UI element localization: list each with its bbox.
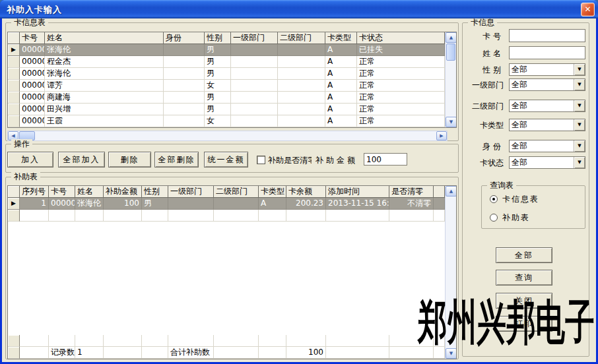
dept2-select[interactable]: 全部 ▼ <box>509 100 585 112</box>
close-window-button[interactable]: 关闭 <box>496 293 552 309</box>
column-header: 二级部门 <box>214 186 259 198</box>
dept2-label: 二级部门 <box>465 102 504 111</box>
column-header: 一级部门 <box>168 186 214 198</box>
group-label-card-info-search: 卡信息 <box>468 18 497 28</box>
chevron-down-icon[interactable]: ▼ <box>574 157 585 168</box>
card-no-input[interactable] <box>509 29 585 42</box>
group-operation: 操作 加入 全部加入 删除 全部删除 统一金额 补助是否清零 补助金额 <box>5 144 459 173</box>
total-subsidy-label: 合计补助数 <box>168 347 214 359</box>
dept1-select[interactable]: 全部 ▼ <box>509 78 585 91</box>
subsidy-grid-footer-area: 记录数 1 合计补助数 100 <box>8 335 445 359</box>
column-header: 卡号 <box>20 32 45 44</box>
row-indicator-icon: ▶ <box>11 200 16 206</box>
group-card-info-table: 卡信息表 卡号 姓名 身份 性别 一级部门 二级部门 卡类型 卡状态 <box>5 22 459 141</box>
radio-subsidy-table[interactable] <box>490 214 498 222</box>
card-status-select[interactable]: 全部 ▼ <box>509 156 585 169</box>
column-header: 添加时间 <box>326 186 389 198</box>
scrollbar-track[interactable] <box>446 61 456 117</box>
card-info-grid-header: 卡号 姓名 身份 性别 一级部门 二级部门 卡类型 卡状态 <box>8 32 445 44</box>
subsidy-amount-label: 补助金额 <box>316 156 358 166</box>
subsidy-amount-input[interactable] <box>364 153 407 166</box>
column-header: 补助金额 <box>104 186 142 198</box>
app-window: 补助入卡输入 ✕ 卡信息表 卡号 姓名 身份 性别 一级部门 二级部门 <box>0 0 598 364</box>
table-row[interactable]: 000008 王霞 女 A 正常 <box>8 115 445 127</box>
column-header: 身份 <box>164 32 205 44</box>
column-header: 卡号 <box>49 186 75 198</box>
column-header: 性别 <box>142 186 168 198</box>
column-header: 序列号 <box>20 186 49 198</box>
table-row[interactable]: 000002 程金杰 男 A 正常 <box>8 56 445 68</box>
scroll-down-icon[interactable]: ▼ <box>446 117 457 127</box>
group-label-query-table: 查询表 <box>487 181 516 191</box>
identity-select[interactable]: 全部 ▼ <box>509 140 585 152</box>
table-row[interactable]: ▶ 000001 张海伦 男 A 已挂失 <box>8 44 445 56</box>
gender-select[interactable]: 全部 ▼ <box>509 63 585 76</box>
card-status-label: 卡状态 <box>465 158 504 168</box>
table-row <box>8 335 445 347</box>
summary-row: 记录数 1 合计补助数 100 <box>8 347 445 359</box>
group-query-table: 查询表 卡信息表 补助表 <box>481 185 585 229</box>
vertical-scrollbar: ▲ ▼ <box>445 186 456 359</box>
table-row[interactable] <box>8 210 445 222</box>
column-header: 卡状态 <box>357 32 445 44</box>
delete-button[interactable]: 删除 <box>108 152 151 167</box>
titlebar: 补助入卡输入 ✕ <box>0 0 598 18</box>
unify-amount-button[interactable]: 统一金额 <box>204 152 248 167</box>
delete-all-button[interactable]: 全部删除 <box>154 152 199 167</box>
close-icon: ✕ <box>584 5 591 14</box>
group-label-card-info-table: 卡信息表 <box>11 18 48 28</box>
row-indicator-icon: ▶ <box>11 46 16 53</box>
subsidy-grid-header: 序列号 卡号 姓名 补助金额 性别 一级部门 二级部门 卡类型 卡余额 添加时间… <box>8 186 445 198</box>
column-header: 是否清零 <box>389 186 434 198</box>
horizontal-scrollbar: ◀ ▶ <box>7 131 448 141</box>
scrollbar-thumb[interactable] <box>446 44 455 61</box>
clear-subsidy-checkbox[interactable] <box>257 156 265 164</box>
column-header: 二级部门 <box>278 32 325 44</box>
radio-card-info-table-label: 卡信息表 <box>502 195 539 204</box>
group-label-subsidy-table: 补助表 <box>11 172 40 182</box>
scroll-down-icon[interactable]: ▼ <box>446 348 457 359</box>
chevron-down-icon[interactable]: ▼ <box>574 100 585 111</box>
name-input[interactable] <box>509 46 585 59</box>
scroll-right-icon[interactable]: ▶ <box>436 131 447 140</box>
all-button[interactable]: 全部 <box>496 247 552 263</box>
table-row[interactable]: 000007 田兴增 男 A 正常 <box>8 104 445 115</box>
chevron-down-icon[interactable]: ▼ <box>574 140 585 152</box>
query-button[interactable]: 查询 <box>496 270 552 286</box>
scroll-up-icon[interactable]: ▲ <box>446 186 457 197</box>
group-subsidy-table: 补助表 序列号 卡号 姓名 补助金额 性别 一级部门 二级部门 卡类型 卡余额 <box>5 177 459 359</box>
table-row[interactable]: 000005 谭芳 女 A 正常 <box>8 80 445 92</box>
chevron-down-icon[interactable]: ▼ <box>574 119 585 131</box>
column-header: 卡余额 <box>286 186 326 198</box>
chevron-down-icon[interactable]: ▼ <box>574 79 585 90</box>
card-no-label: 卡号 <box>465 32 504 42</box>
dept1-label: 一级部门 <box>465 80 504 90</box>
column-header: 一级部门 <box>231 32 278 44</box>
table-row[interactable]: 000006 商建海 男 A 正常 <box>8 92 445 104</box>
column-header: 卡类型 <box>325 32 357 44</box>
records-count-value: 1 <box>75 347 104 359</box>
scroll-up-icon[interactable]: ▲ <box>446 32 457 43</box>
card-type-label: 卡类型 <box>465 121 504 131</box>
scrollbar-track[interactable] <box>36 131 436 140</box>
column-header: 性别 <box>205 32 231 44</box>
add-button[interactable]: 加入 <box>7 152 53 167</box>
subsidy-grid: 序列号 卡号 姓名 补助金额 性别 一级部门 二级部门 卡类型 卡余额 添加时间… <box>7 185 457 359</box>
radio-card-info-table[interactable] <box>490 195 498 203</box>
print-button[interactable]: 打印 <box>496 316 552 332</box>
total-subsidy-value: 100 <box>286 347 326 359</box>
clear-subsidy-checkbox-label: 补助是否清零 <box>268 156 312 166</box>
table-row[interactable]: 000003 张海伦 男 A 正常 <box>8 68 445 80</box>
add-all-button[interactable]: 全部加入 <box>58 152 105 167</box>
name-label: 姓名 <box>465 49 504 59</box>
identity-label: 身份 <box>465 142 504 152</box>
card-type-select[interactable]: 全部 ▼ <box>509 119 585 131</box>
gender-label: 性别 <box>465 65 504 75</box>
table-row[interactable]: ▶ 1 000001 张海伦 100 男 A 200.23 2013-11-15… <box>8 198 445 210</box>
scrollbar-track[interactable] <box>446 197 456 348</box>
vertical-scrollbar: ▲ ▼ <box>445 32 456 127</box>
chevron-down-icon[interactable]: ▼ <box>574 64 585 75</box>
client-area: 卡信息表 卡号 姓名 身份 性别 一级部门 二级部门 卡类型 卡状态 <box>2 18 596 362</box>
close-button[interactable]: ✕ <box>581 3 595 16</box>
window-title: 补助入卡输入 <box>7 4 62 16</box>
